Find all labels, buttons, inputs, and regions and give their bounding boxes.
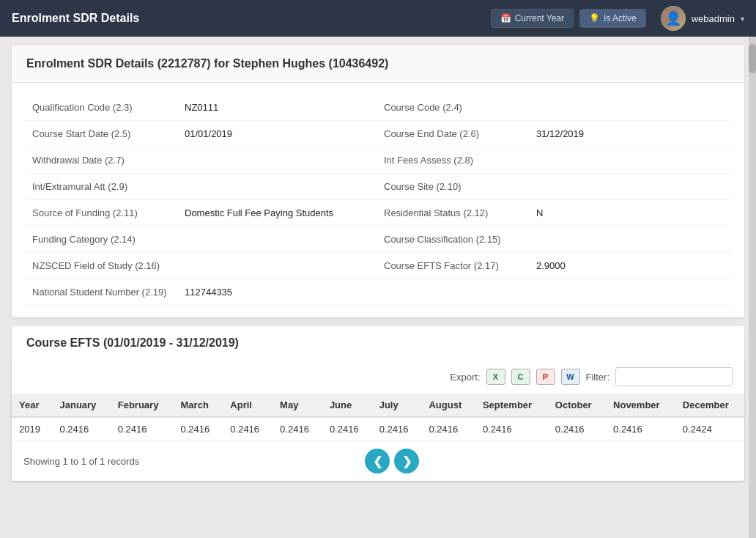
detail-label: Course End Date (2.6) [384, 128, 530, 139]
is-active-label: Is Active [604, 13, 637, 23]
detail-value: 112744335 [185, 287, 232, 298]
table-column-header: January [52, 394, 110, 417]
filter-input[interactable] [615, 367, 733, 386]
detail-cell-left: National Student Number (2.19)112744335 [26, 279, 378, 306]
details-grid: Qualification Code (2.3)NZ0111Course Cod… [12, 83, 744, 317]
records-info: Showing 1 to 1 of 1 records [23, 456, 139, 467]
export-pdf-button[interactable]: P [536, 369, 555, 385]
table-column-header: December [675, 394, 744, 417]
detail-value: N [536, 207, 543, 218]
detail-value: 2.9000 [536, 260, 566, 271]
table-cell: 0.2416 [111, 417, 174, 441]
detail-label: Course Start Date (2.5) [32, 128, 179, 139]
scrollbar-thumb [749, 44, 756, 73]
table-column-header: October [548, 394, 606, 417]
detail-value: Domestic Full Fee Paying Students [185, 207, 333, 218]
detail-cell-left: Source of Funding (2.11)Domestic Full Fe… [26, 200, 378, 226]
user-dropdown-arrow: ▾ [741, 15, 744, 23]
bulb-icon: 💡 [589, 13, 600, 23]
table-cell: 0.2416 [421, 417, 475, 441]
table-column-header: August [421, 394, 475, 417]
detail-label: Int/Extramural Att (2.9) [32, 181, 179, 192]
export-doc-button[interactable]: W [561, 369, 580, 385]
next-page-button[interactable]: ❯ [394, 449, 419, 473]
detail-label: Residential Status (2.12) [384, 207, 530, 218]
table-cell: 0.2416 [548, 417, 606, 441]
export-xls-button[interactable]: X [486, 369, 505, 385]
detail-cell-right: Course EFTS Factor (2.17)2.9000 [378, 253, 730, 279]
avatar-image: 👤 [661, 6, 686, 31]
nav-buttons: 📅 Current Year 💡 Is Active 👤 webadmin ▾ [491, 6, 744, 31]
filter-label: Filter: [586, 372, 610, 383]
table-cell: 0.2416 [372, 417, 422, 441]
detail-cell-right: Int Fees Assess (2.8) [378, 147, 730, 174]
calendar-icon: 📅 [500, 13, 511, 23]
detail-label: Funding Category (2.14) [32, 234, 179, 245]
table-cell: 0.2416 [52, 417, 110, 441]
detail-cell-right: Course Site (2.10) [378, 174, 730, 200]
table-footer: Showing 1 to 1 of 1 records ❮ ❯ [12, 441, 744, 481]
table-column-header: April [223, 394, 273, 417]
efts-card: Course EFTS (01/01/2019 - 31/12/2019) Ex… [12, 326, 744, 481]
detail-cell-left: Withdrawal Date (2.7) [26, 147, 378, 174]
table-column-header: March [174, 394, 223, 417]
table-body: 20190.24160.24160.24160.24160.24160.2416… [12, 417, 744, 441]
detail-label: National Student Number (2.19) [32, 287, 179, 298]
detail-cell-right: Course End Date (2.6)31/12/2019 [378, 121, 730, 147]
user-menu[interactable]: 👤 webadmin ▾ [661, 6, 744, 31]
current-year-label: Current Year [515, 13, 564, 23]
table-column-header: July [372, 394, 422, 417]
scrollbar[interactable] [749, 37, 756, 538]
detail-label: Course Classification (2.15) [384, 234, 530, 245]
table-column-header: Year [12, 394, 52, 417]
table-row: 20190.24160.24160.24160.24160.24160.2416… [12, 417, 744, 441]
details-card-header: Enrolment SDR Details (2212787) for Step… [12, 45, 744, 83]
table-cell: 0.2416 [322, 417, 372, 441]
detail-cell-right [378, 279, 730, 306]
table-cell: 0.2416 [174, 417, 223, 441]
table-header: YearJanuaryFebruaryMarchAprilMayJuneJuly… [12, 394, 744, 417]
details-card: Enrolment SDR Details (2212787) for Step… [12, 45, 744, 317]
table-column-header: May [273, 394, 322, 417]
table-column-header: September [475, 394, 548, 417]
detail-cell-right: Course Code (2.4) [378, 95, 730, 121]
prev-page-button[interactable]: ❮ [365, 449, 390, 473]
table-cell: 2019 [12, 417, 52, 441]
detail-cell-left: Course Start Date (2.5)01/01/2019 [26, 121, 378, 147]
topnav: Enrolment SDR Details 📅 Current Year 💡 I… [0, 0, 756, 37]
detail-cell-left: Qualification Code (2.3)NZ0111 [26, 95, 378, 121]
table-column-header: November [606, 394, 675, 417]
detail-cell-left: Int/Extramural Att (2.9) [26, 174, 378, 200]
table-cell: 0.2416 [475, 417, 548, 441]
detail-label: Course Code (2.4) [384, 102, 530, 113]
detail-label: Course Site (2.10) [384, 181, 530, 192]
table-cell: 0.2416 [273, 417, 322, 441]
is-active-button[interactable]: 💡 Is Active [579, 9, 646, 28]
detail-label: NZSCED Field of Study (2.16) [32, 260, 179, 271]
detail-label: Int Fees Assess (2.8) [384, 155, 530, 166]
detail-label: Qualification Code (2.3) [32, 102, 179, 113]
username-label: webadmin [692, 13, 735, 24]
main-content: Enrolment SDR Details (2212787) for Step… [0, 37, 756, 538]
detail-value: 01/01/2019 [185, 128, 232, 139]
detail-value: 31/12/2019 [536, 128, 584, 139]
detail-cell-left: Funding Category (2.14) [26, 226, 378, 253]
table-column-header: June [322, 394, 372, 417]
detail-cell-right: Residential Status (2.12)N [378, 200, 730, 226]
efts-table: YearJanuaryFebruaryMarchAprilMayJuneJuly… [12, 394, 744, 441]
export-label: Export: [450, 372, 480, 383]
avatar: 👤 [661, 6, 686, 31]
table-header-row: YearJanuaryFebruaryMarchAprilMayJuneJuly… [12, 394, 744, 417]
detail-label: Course EFTS Factor (2.17) [384, 260, 530, 271]
current-year-button[interactable]: 📅 Current Year [491, 9, 574, 28]
table-cell: 0.2416 [606, 417, 675, 441]
table-cell: 0.2424 [675, 417, 744, 441]
table-cell: 0.2416 [223, 417, 273, 441]
export-csv-button[interactable]: C [511, 369, 530, 385]
pagination: ❮ ❯ [139, 449, 645, 473]
app-title: Enrolment SDR Details [12, 12, 491, 25]
detail-cell-left: NZSCED Field of Study (2.16) [26, 253, 378, 279]
detail-value: NZ0111 [185, 102, 218, 113]
detail-cell-right: Course Classification (2.15) [378, 226, 730, 253]
table-card: Export: X C P W Filter: YearJanuaryFebru… [12, 358, 744, 481]
